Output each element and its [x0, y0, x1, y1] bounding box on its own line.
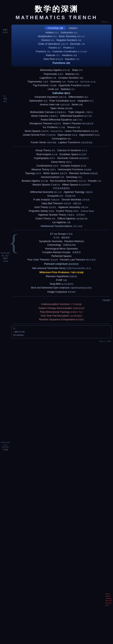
measure-item: Measure Theory 测度论 — [32, 168, 56, 171]
creator-credit: @this_is_ — [2, 21, 111, 23]
row-poly: Polynomials 多项式 Matrices 矩阵 — [11, 72, 111, 76]
decimals-item: Decimals 小数 — [70, 42, 85, 46]
tensors-item: Tensors 张量 — [67, 126, 80, 129]
clifford-item: Clifford Algebras 克利福德代数 — [57, 217, 87, 220]
group-theory-item: Group Theory 群论 — [36, 149, 55, 152]
alg-topo-item: Algebraic Topology 代数拓扑 — [64, 190, 93, 194]
perfectoid-item: Perfectoid Spaces — [51, 254, 72, 258]
entropy-item: System Entropy Deconvolution 维熵和系统维 — [38, 307, 84, 310]
integ-item: Integration 积分 — [77, 99, 94, 102]
pde-item: Partial Differential Equations 偏微分方程 — [41, 118, 82, 121]
cartesian-item: Cartesian Coordinates 笛卡尔坐标 — [52, 50, 87, 53]
homeo-item: Homeomorphism 同胚 — [41, 176, 64, 178]
noncomm-item: 非交换几何 — [65, 194, 76, 197]
row-perfectoid: Perfectoid Spaces — [11, 254, 111, 258]
row-knot: Knot Theory 纽结理论 Algebraic Geometry 代数几何 — [11, 205, 111, 209]
row-opt: Optimization 优化 Polar Coordinates 极坐标 In… — [11, 99, 111, 103]
row-real-an: Real Analysis 实分析 Euclidean Space 欧式空间 — [11, 152, 111, 156]
calc-item: Calculus 微积分 — [52, 92, 70, 95]
row-rand-seq: Random Sequence Extrapolation 数序预测 — [11, 318, 111, 322]
row-symp-en: Symplectic Geometry Random Matrices — [11, 240, 111, 243]
cannot-understand: 不能理解了 — [102, 299, 111, 302]
row-div: Divergence Theorem 散度定理 Stoke's Theorem … — [11, 122, 111, 126]
row-proj: Projective Variety 射影簇 Control Theory 控制… — [11, 209, 111, 213]
row-bsd: Birch and Swinnerton-Dyer conjecture 贝赫和… — [11, 286, 111, 290]
main-content: 普通人 在这儿 Counting 计数 Human Addition 加法 Su… — [0, 24, 113, 345]
order-ops-item: Order of Operations 运算次序 — [38, 42, 68, 46]
stoch-item: Stochastic Calculus 随机微积分 — [57, 157, 89, 160]
row-multiv: Multivariable Calculus 多变量微积分 Triple Int… — [11, 110, 111, 114]
metric-sp-item: Metric Spaces 度量空间 — [43, 172, 67, 175]
random-mat-cn-item: 随机矩阵 — [62, 236, 70, 239]
millennium-label: Millenium Prize Problems 千禧年大奖难题 — [39, 271, 83, 274]
bottom-note-1: 注： — [13, 327, 110, 330]
four-color-item: Four Color Theorem 四色定理 — [27, 258, 58, 261]
diff-item: Differentiation 微分 — [69, 96, 88, 98]
irrational-item: Irrational pattern functions 不可理喻函数 — [41, 303, 82, 306]
row-combo: Combinatorics 组合学 Complex Analysis 复分析 — [11, 164, 111, 168]
row-elem-alg: Elementary Algebra 初等代数 Slope 斜率 — [11, 68, 111, 72]
banach-item: Banach Spaces 巴拿赫空间 — [33, 183, 60, 186]
real-an-item: Real Analysis 实分析 — [36, 153, 58, 156]
e7-item: E7 Lie Groups E7李群 — [50, 232, 73, 236]
row-multiply: Multiplication 乘法 Basic Geometry 基本几何 — [13, 34, 110, 38]
diff-eq-item: Differential Equations 微分方程 — [60, 114, 92, 118]
row-crypto: Cryptography 密码学 Stochastic Calculus 随机微… — [11, 156, 111, 160]
opt-item: Optimization 优化 — [29, 99, 47, 102]
inf-trans-item: Infinitesimal Transformations 无穷小变换 — [40, 225, 82, 228]
beyond-section: 不能理解了 Irrational pattern functions 不可理喻函… — [11, 298, 111, 322]
row-homeo: Homeomorphism 同胚 Homotopy 同伦 — [11, 175, 111, 179]
complex-klein-item: Complex Kleinian Groups — [42, 251, 70, 254]
symp-item: Symplectic Geometry — [39, 240, 63, 243]
trig-fn-item: Trig Functions 三角函数 — [33, 84, 57, 87]
row-cannot: 不能理解了 — [11, 299, 111, 302]
fractions-item: Fractions 分数 — [36, 50, 50, 53]
row-sl: S-L Problems S-L问题 Tensors 张量 — [11, 126, 111, 129]
row-padic: P-adic Analysis P进数分析 Smooth Manifolds 光… — [11, 198, 111, 202]
ctrl-theory-item: Control Theory 控制论 — [56, 210, 79, 212]
eigenval-item: Eigenvalues 特征值 — [58, 133, 77, 136]
non-euclid-item: Non Euclidean Geometry 非欧几何 — [50, 179, 86, 182]
equation-item: Equation 方程 — [65, 58, 79, 60]
param-item: Parametric Equations 参数方程 — [35, 96, 67, 98]
counting-label: Counting 计数 — [44, 26, 66, 30]
row-iut: Inter-universal Teichmüller theory 宇宙际Te… — [11, 266, 111, 270]
hom-mirror-cn-item: 间调同伦对称 — [63, 244, 76, 246]
title-english: MATHEMATICS TRENCH — [2, 14, 111, 20]
grobner-item: Gröbner Basis — [81, 210, 94, 212]
euclid-sp-item: Euclidean Space 欧式空间 — [60, 153, 86, 156]
row-yang-mills: Yang-Mills 杨-米尔斯理论 — [11, 282, 111, 286]
symp-cn-item: 辛几何 — [53, 236, 60, 239]
poly-item: Polynomials 多项式 — [44, 72, 64, 76]
row-complex-klein: Complex Kleinian Groups 完满空间 — [11, 250, 111, 254]
hilbert-item: Hilbert Spaces 希尔伯特空间 — [62, 183, 90, 186]
bool-item: Boolean Algebra 布尔代数 — [22, 179, 48, 182]
geometry-item: Geometry 几何 — [50, 80, 66, 83]
row-pnp: P=NP 问题 — [11, 278, 111, 282]
row-alg-num: Algebraic Number Theory 代数数论 自守形式 — [11, 213, 111, 217]
addition-item: Addition 加法 — [45, 31, 59, 34]
row-data: Data Plots 数据绘图 Equation 方程 — [13, 57, 110, 61]
negative-item: Negative Numbers 负数 — [56, 39, 81, 42]
row-group: Group Theory 群论 Calculus of Variations 变… — [11, 148, 111, 152]
page-container: 数学的深渊 MATHEMATICS TRENCH @this_is_ 普通人 在… — [0, 0, 113, 644]
row-irrational: Irrational pattern functions 不可理喻函数 — [11, 302, 111, 306]
multiv-item: Multivariable Calculus 多变量微积分 — [30, 110, 66, 114]
row-diff-geo: Differential Geometry 微分几何 Algebraic Top… — [11, 190, 111, 194]
row-four-color: Four Color Theorem 四色定理 Fermat's Last Th… — [11, 258, 111, 262]
unit-circle-item: Unit Circle 单位圆 — [80, 80, 95, 83]
basic-geometry-item: Basic Geometry 基本几何 — [59, 35, 85, 38]
row-groupoid: Groupoids 群胚 非交换几何 — [11, 194, 111, 198]
row-pde: Partial Differential Equations 偏微分方程 — [11, 118, 111, 122]
counting-row: Counting 计数 Human — [13, 26, 110, 30]
separator-3 — [13, 296, 109, 296]
row-lie: Lie Algebras 代数 — [11, 220, 111, 224]
padic-item: P-adic Analysis P进数分析 — [33, 198, 60, 201]
beyond-label: Mathe- matical Capacity Above All after … — [105, 593, 112, 606]
normal-form-item: Normal Form — [51, 130, 63, 132]
division-item: Division 除法 — [41, 39, 54, 42]
proj-var-item: Projective Variety 射影簇 — [29, 210, 54, 212]
row-topo: Topology 拓扑学 Metric Spaces 度量空间 Riemann … — [11, 172, 111, 175]
row-log: Logarithms 对数 Complex Numbers 复数 — [11, 76, 111, 80]
row-functions: Functions 函数 — [13, 61, 110, 65]
